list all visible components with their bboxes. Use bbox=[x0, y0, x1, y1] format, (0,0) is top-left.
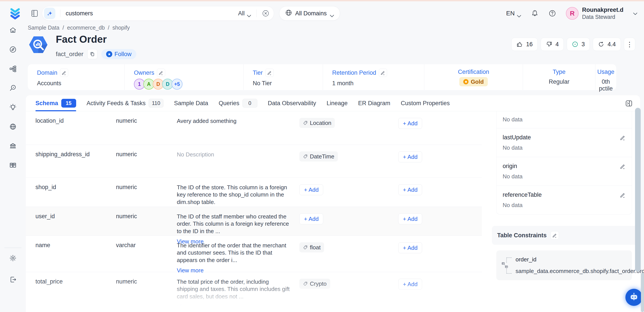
tab-er-diagram[interactable]: ER Diagram bbox=[358, 95, 390, 111]
global-search-bar: All bbox=[42, 6, 274, 21]
language-selector[interactable]: EN bbox=[506, 10, 521, 17]
tab-data-observability[interactable]: Data Observability bbox=[268, 95, 316, 111]
add-tag-button[interactable]: + Add bbox=[299, 184, 323, 195]
tag-chip[interactable]: float bbox=[299, 242, 324, 252]
foreign-key-icon bbox=[502, 262, 508, 268]
divider bbox=[4, 248, 22, 248]
breadcrumb-link[interactable]: ecommerce_db bbox=[67, 25, 104, 31]
edit-retention-icon[interactable] bbox=[379, 69, 387, 77]
observability-search-icon[interactable] bbox=[9, 84, 17, 92]
ai-sparkle-icon[interactable] bbox=[44, 8, 55, 19]
add-glossary-term-button[interactable]: + Add bbox=[398, 184, 422, 195]
add-tag-button[interactable]: + Add bbox=[299, 213, 323, 224]
lineage-hierarchy-icon[interactable] bbox=[9, 65, 17, 73]
collapse-panel-icon[interactable] bbox=[625, 100, 632, 107]
medal-icon bbox=[463, 79, 468, 84]
edit-property-icon[interactable] bbox=[620, 135, 626, 140]
certification-badge: Gold bbox=[459, 77, 488, 86]
constraint-column: order_id bbox=[516, 256, 644, 263]
tab-schema[interactable]: Schema15 bbox=[36, 95, 76, 111]
tag-chip[interactable]: Crypto bbox=[299, 279, 330, 289]
property-name: referenceTable bbox=[503, 192, 542, 198]
govern-bank-icon[interactable] bbox=[9, 142, 17, 150]
logout-icon[interactable] bbox=[9, 276, 17, 283]
version-history-icon bbox=[598, 41, 604, 48]
view-more-link[interactable]: View more bbox=[177, 303, 290, 310]
copy-icon[interactable] bbox=[87, 49, 98, 59]
column-type: numeric bbox=[116, 278, 177, 312]
home-icon[interactable] bbox=[9, 26, 17, 34]
settings-gear-icon[interactable] bbox=[9, 254, 17, 262]
edit-owners-icon[interactable] bbox=[157, 69, 165, 77]
entity-name: fact_order bbox=[56, 51, 83, 58]
usage-value: 0th pctile bbox=[596, 78, 616, 92]
owners-label: Owners bbox=[134, 69, 154, 76]
help-icon[interactable] bbox=[548, 10, 556, 17]
user-avatar: R bbox=[566, 7, 578, 20]
tag-chip[interactable]: Location bbox=[299, 118, 335, 128]
follow-button[interactable]: ★ Follow bbox=[101, 49, 136, 59]
add-glossary-term-button[interactable]: + Add bbox=[398, 242, 422, 253]
add-glossary-term-button[interactable]: + Add bbox=[398, 151, 422, 162]
edit-tier-icon[interactable] bbox=[266, 69, 274, 77]
tab-custom-properties[interactable]: Custom Properties bbox=[401, 95, 450, 111]
globe-icon bbox=[285, 9, 292, 18]
property-name: origin bbox=[503, 163, 517, 170]
owner-avatar-more[interactable]: +5 bbox=[172, 79, 182, 90]
domain-label: Domain bbox=[37, 69, 57, 76]
column-type: numeric bbox=[116, 151, 177, 178]
sidebar-toggle-icon[interactable] bbox=[31, 10, 38, 17]
user-menu[interactable]: R Rounakpreet.d Data Steward bbox=[566, 6, 638, 20]
column-name: user_id bbox=[36, 213, 116, 245]
tab-lineage[interactable]: Lineage bbox=[326, 95, 348, 111]
tab-bar: Schema15 Activity Feeds & Tasks110 Sampl… bbox=[26, 95, 640, 111]
user-role: Data Steward bbox=[582, 14, 624, 20]
chevron-down-icon bbox=[517, 12, 521, 15]
chat-bot-button[interactable] bbox=[626, 289, 642, 306]
clear-search-icon[interactable] bbox=[262, 10, 269, 17]
all-domains-button[interactable]: All Domains bbox=[279, 6, 340, 21]
search-scope-dropdown[interactable]: All bbox=[238, 10, 251, 17]
breadcrumb-link[interactable]: shopify bbox=[112, 25, 130, 31]
upvote-button[interactable]: 16 bbox=[512, 38, 538, 51]
tag-chip[interactable]: DateTime bbox=[299, 151, 338, 162]
more-options-button[interactable]: ⋮ bbox=[624, 38, 635, 51]
task-status-icon bbox=[572, 41, 578, 48]
version-button[interactable]: 4.4 bbox=[593, 38, 621, 51]
downvote-button[interactable]: 4 bbox=[541, 38, 564, 51]
page-scrollbar[interactable] bbox=[641, 273, 644, 312]
edit-property-icon[interactable] bbox=[620, 164, 626, 169]
app-logo[interactable] bbox=[8, 7, 22, 20]
divider bbox=[256, 10, 257, 17]
add-glossary-term-button[interactable]: + Add bbox=[398, 279, 422, 290]
edit-constraints-icon[interactable] bbox=[550, 231, 559, 239]
table-row: shop_id numeric The ID of the store. Thi… bbox=[26, 178, 482, 207]
tab-sample-data[interactable]: Sample Data bbox=[174, 95, 208, 111]
explore-compass-icon[interactable] bbox=[9, 46, 17, 54]
view-more-link[interactable]: View more bbox=[177, 267, 290, 274]
column-description: No Description bbox=[177, 151, 214, 158]
page-title: Fact Order bbox=[56, 33, 136, 45]
add-glossary-term-button[interactable]: + Add bbox=[398, 213, 422, 224]
column-description: The identifier of the order that the mer… bbox=[177, 242, 286, 263]
tab-queries[interactable]: Queries0 bbox=[218, 95, 257, 111]
tier-value: No Tier bbox=[253, 80, 323, 87]
column-description: The total price of the order, including … bbox=[177, 278, 290, 300]
edit-domain-icon[interactable] bbox=[60, 69, 68, 77]
domains-globe-icon[interactable] bbox=[9, 123, 17, 131]
panel-scrollbar[interactable] bbox=[635, 108, 641, 272]
property-value: No data bbox=[503, 202, 626, 209]
open-tasks-button[interactable]: 3 bbox=[567, 38, 590, 51]
notifications-bell-icon[interactable] bbox=[531, 10, 539, 17]
search-input[interactable] bbox=[65, 10, 238, 17]
column-name: name bbox=[36, 242, 116, 274]
add-glossary-term-button[interactable]: + Add bbox=[398, 118, 422, 129]
tag-icon bbox=[303, 120, 308, 125]
thumbs-up-icon bbox=[516, 41, 523, 48]
breadcrumb-link[interactable]: Sample Data bbox=[28, 25, 60, 31]
glossary-book-icon[interactable] bbox=[9, 161, 17, 169]
tab-activity-feeds[interactable]: Activity Feeds & Tasks110 bbox=[87, 95, 164, 111]
table-constraints-title: Table Constraints bbox=[497, 232, 546, 239]
edit-property-icon[interactable] bbox=[620, 192, 626, 198]
insights-bulb-icon[interactable] bbox=[9, 103, 17, 111]
